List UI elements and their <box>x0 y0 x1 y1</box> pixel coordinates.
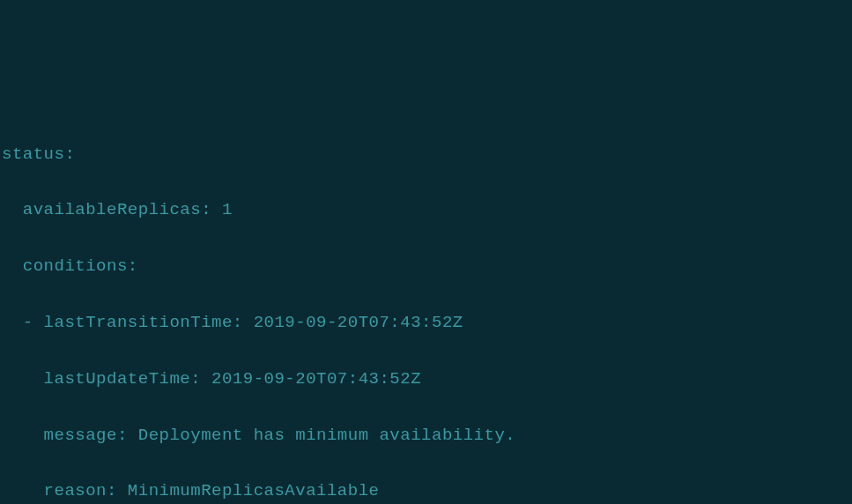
yaml-line-cond1-update: lastUpdateTime: 2019-09-20T07:43:52Z <box>2 366 852 394</box>
yaml-line-conditions: conditions: <box>2 253 852 281</box>
yaml-line-cond1-message: message: Deployment has minimum availabi… <box>2 422 852 450</box>
yaml-line-cond1-reason: reason: MinimumReplicasAvailable <box>2 478 852 504</box>
yaml-line-status: status: <box>2 141 852 169</box>
yaml-line-cond1-transition: - lastTransitionTime: 2019-09-20T07:43:5… <box>2 309 852 337</box>
terminal-output: status: availableReplicas: 1 conditions:… <box>0 113 852 504</box>
yaml-line-available-replicas: availableReplicas: 1 <box>2 196 852 225</box>
